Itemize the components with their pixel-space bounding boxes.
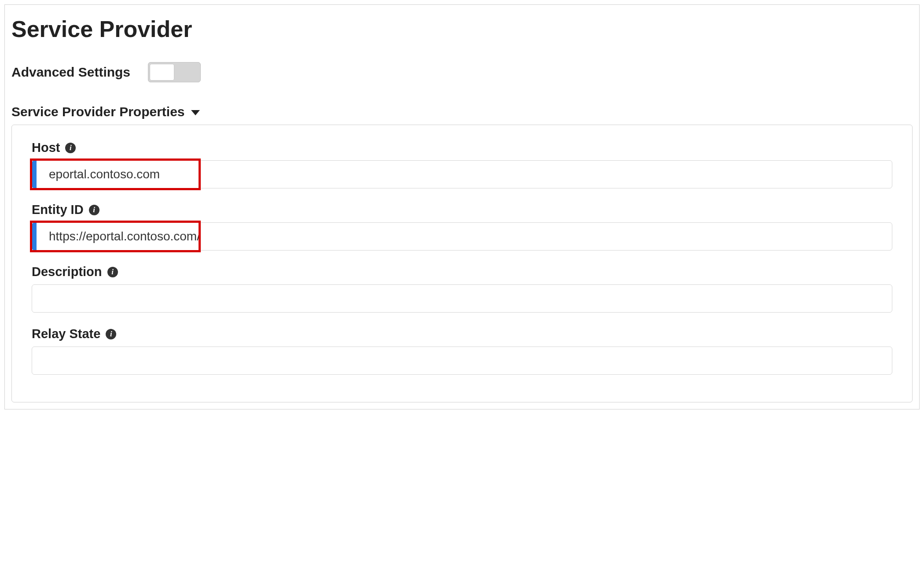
description-field: Description i xyxy=(32,265,892,313)
page-container: Service Provider Advanced Settings Servi… xyxy=(4,4,920,409)
description-label: Description xyxy=(32,265,102,279)
toggle-knob xyxy=(150,64,174,81)
info-icon[interactable]: i xyxy=(107,267,118,277)
relay-state-label-row: Relay State i xyxy=(32,327,892,341)
chevron-down-icon xyxy=(191,110,200,115)
section-title: Service Provider Properties xyxy=(11,104,185,119)
section-header[interactable]: Service Provider Properties xyxy=(11,104,913,119)
relay-state-input[interactable] xyxy=(32,347,892,375)
advanced-settings-toggle[interactable] xyxy=(148,62,201,82)
description-label-row: Description i xyxy=(32,265,892,279)
relay-state-label: Relay State xyxy=(32,327,100,341)
advanced-settings-label: Advanced Settings xyxy=(11,65,130,80)
entity-id-label-row: Entity ID i xyxy=(32,203,892,217)
page-title: Service Provider xyxy=(11,16,913,42)
advanced-settings-row: Advanced Settings xyxy=(11,62,913,82)
properties-panel: Host i Entity ID i Description xyxy=(11,125,913,402)
entity-id-label: Entity ID xyxy=(32,203,84,217)
host-field: Host i xyxy=(32,140,892,188)
host-input[interactable] xyxy=(32,160,892,188)
info-icon[interactable]: i xyxy=(65,143,76,153)
entity-id-input[interactable] xyxy=(32,222,892,251)
description-input-wrap xyxy=(32,284,892,313)
info-icon[interactable]: i xyxy=(89,205,99,215)
host-label-row: Host i xyxy=(32,140,892,155)
relay-state-input-wrap xyxy=(32,347,892,375)
entity-id-field: Entity ID i xyxy=(32,203,892,251)
relay-state-field: Relay State i xyxy=(32,327,892,375)
host-input-wrap xyxy=(32,160,892,188)
info-icon[interactable]: i xyxy=(106,329,116,339)
host-label: Host xyxy=(32,140,60,155)
entity-id-input-wrap xyxy=(32,222,892,251)
description-input[interactable] xyxy=(32,284,892,313)
